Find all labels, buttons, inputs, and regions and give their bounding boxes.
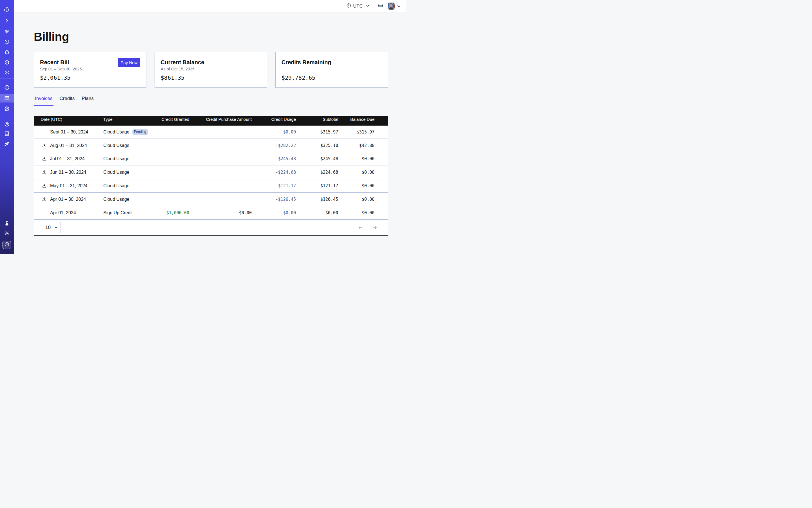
- previous-page-button[interactable]: [358, 225, 362, 230]
- page-title: Billing: [34, 31, 388, 43]
- current-balance-card: Current Balance As of Oct 15, 2025 $861.…: [155, 52, 267, 88]
- pay-now-button[interactable]: Pay Now: [118, 58, 140, 67]
- sidebar-item-deployments[interactable]: [0, 47, 14, 57]
- invoice-date: Jun 01 – 30, 2024: [50, 170, 86, 175]
- book-icon: [4, 131, 9, 136]
- download-invoice-icon[interactable]: [42, 143, 47, 148]
- billing-icon: [4, 95, 9, 101]
- invoice-row: May 01 – 31, 2024Cloud Usage-$121.17$121…: [34, 179, 388, 193]
- sidebar-item-support[interactable]: [0, 120, 14, 129]
- balance-due: $0.00: [338, 156, 375, 161]
- credits-remaining-sub: [282, 66, 382, 72]
- credit-usage: -$126.45: [252, 197, 296, 202]
- flask-icon: [4, 221, 9, 226]
- column-header: Credit Granted: [153, 117, 189, 122]
- topbar: UTC: [14, 0, 406, 12]
- chevron-down-icon[interactable]: [397, 4, 401, 8]
- temporal-logo-icon: [4, 6, 10, 13]
- balance-due: $42.88: [338, 143, 375, 148]
- invoice-type: Cloud Usage: [103, 197, 130, 202]
- table-header-row: Date (UTC)TypeCredit GrantedCredit Purch…: [34, 117, 388, 126]
- sidebar-divider: [0, 79, 14, 79]
- sidebar: $: [0, 0, 14, 254]
- sidebar-item-schedules[interactable]: [0, 37, 14, 47]
- current-balance-amount: $861.35: [161, 74, 261, 81]
- current-balance-title: Current Balance: [161, 59, 261, 66]
- layers-icon: [4, 50, 9, 55]
- tab-invoices[interactable]: Invoices: [34, 95, 53, 105]
- subtotal: $121.17: [296, 183, 338, 188]
- invoice-type: Cloud Usage: [103, 170, 130, 175]
- invoice-date: Apr 01, 2024: [50, 210, 76, 215]
- invoice-date: Aug 01 – 31, 2024: [50, 143, 87, 148]
- sidebar-item-billing[interactable]: [0, 94, 14, 102]
- invoice-date: Sept 01 – 30, 2024: [50, 130, 88, 134]
- column-header: Credit Usage: [252, 117, 296, 122]
- current-balance-asof: As of Oct 15, 2025: [161, 66, 261, 72]
- credit-usage: -$224.68: [252, 170, 296, 175]
- tab-credits[interactable]: Credits: [58, 95, 76, 105]
- schedules-icon: [4, 39, 9, 44]
- invoice-type: Sign Up Credit: [103, 210, 133, 215]
- credit-purchase-amount: $0.00: [189, 210, 252, 215]
- download-invoice-icon[interactable]: [42, 170, 47, 175]
- billing-tabs: InvoicesCreditsPlans: [34, 95, 388, 105]
- balance-due: $0.00: [338, 210, 375, 215]
- credits-badge-button[interactable]: $: [2, 241, 11, 249]
- credit-usage: -$121.17: [252, 183, 296, 188]
- chevron-right-icon: [4, 18, 9, 23]
- invoices-table: Date (UTC)TypeCredit GrantedCredit Purch…: [34, 116, 388, 236]
- download-invoice-icon[interactable]: [42, 157, 47, 161]
- invoice-row: Jul 01 – 31, 2024Cloud Usage-$245.48$245…: [34, 152, 388, 166]
- recent-bill-amount: $2,061.35: [40, 74, 140, 81]
- balance-due: $0.00: [338, 183, 375, 188]
- svg-text:$: $: [6, 243, 8, 246]
- glasses-icon[interactable]: [378, 3, 383, 9]
- column-header: Subtotal: [296, 117, 338, 122]
- status-badge: Pending: [132, 129, 148, 135]
- balance-due: $315.97: [338, 130, 375, 135]
- sidebar-item-getting-started[interactable]: [0, 139, 14, 149]
- timezone-selector[interactable]: UTC: [346, 3, 370, 9]
- sidebar-expand-button[interactable]: [0, 15, 14, 26]
- usage-gauge-icon: [4, 85, 9, 90]
- invoice-type: Cloud Usage: [103, 143, 130, 148]
- subtotal: $245.48: [296, 156, 338, 161]
- sidebar-item-home[interactable]: [0, 4, 14, 15]
- column-header: Balance Due: [338, 117, 375, 122]
- chevron-down-icon: [54, 226, 58, 229]
- dollar-seal-icon: $: [4, 242, 9, 248]
- invoice-type: Cloud Usage: [103, 130, 130, 135]
- sidebar-item-settings[interactable]: [0, 103, 14, 114]
- sidebar-item-workers[interactable]: [0, 57, 14, 67]
- invoice-date: Apr 01 – 30, 2024: [50, 197, 86, 202]
- sidebar-item-nexus[interactable]: [0, 68, 14, 78]
- gear-icon: [4, 106, 9, 111]
- invoice-date: May 01 – 31, 2024: [50, 183, 88, 188]
- avatar[interactable]: [388, 3, 395, 9]
- sidebar-item-theme[interactable]: [0, 229, 14, 238]
- cube-icon: [4, 60, 9, 65]
- invoice-type: Cloud Usage: [103, 183, 130, 188]
- recent-bill-card: Recent Bill Sep 01 – Sep 30, 2025 $2,061…: [34, 52, 146, 88]
- sidebar-item-usage[interactable]: [0, 82, 14, 92]
- download-invoice-icon[interactable]: [42, 197, 47, 202]
- sidebar-item-namespaces[interactable]: [0, 27, 14, 37]
- subtotal: $325.10: [296, 143, 338, 148]
- sun-icon: [4, 230, 9, 236]
- subtotal: $224.68: [296, 170, 338, 175]
- credits-remaining-title: Credits Remaining: [282, 59, 382, 66]
- column-header: Credit Purchase Amount: [189, 117, 252, 122]
- sidebar-item-labs[interactable]: [0, 219, 14, 228]
- next-page-button[interactable]: [373, 225, 377, 230]
- page-size-select[interactable]: 10: [41, 222, 61, 233]
- credits-remaining-card: Credits Remaining $29,782.65: [275, 52, 388, 88]
- balance-due: $0.00: [338, 170, 375, 175]
- invoice-row: Apr 01 – 30, 2024Cloud Usage-$126.45$126…: [34, 193, 388, 206]
- credit-usage: -$282.22: [252, 143, 296, 148]
- page-size-value: 10: [45, 225, 51, 230]
- sidebar-item-docs[interactable]: [0, 129, 14, 138]
- tab-plans[interactable]: Plans: [81, 95, 95, 105]
- download-invoice-icon[interactable]: [42, 183, 47, 188]
- invoice-row: Apr 01, 2024Sign Up Credit$1,000.00$0.00…: [34, 206, 388, 220]
